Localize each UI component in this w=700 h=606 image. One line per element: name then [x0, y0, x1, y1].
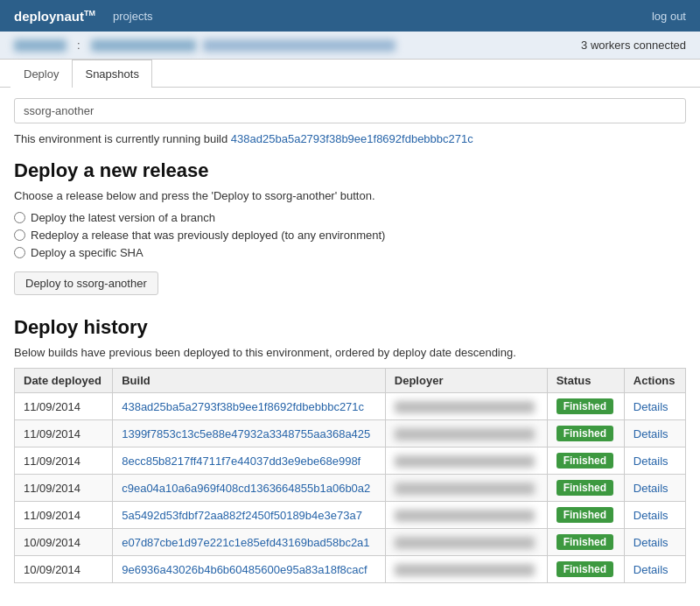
projects-link[interactable]: projects [113, 10, 153, 23]
table-row: 11/09/20148ecc85b8217ff4711f7e44037dd3e9… [15, 447, 686, 475]
cell-status: Finished [547, 475, 624, 502]
cell-date: 11/09/2014 [15, 447, 113, 475]
cell-status: Finished [547, 420, 624, 447]
env-label: ssorg-another [14, 98, 686, 123]
deployer-blur [395, 455, 535, 468]
table-row: 11/09/20145a5492d53fdbf72aa882f2450f5018… [15, 502, 686, 529]
deploy-title: Deploy a new release [14, 159, 686, 182]
details-link[interactable]: Details [634, 536, 668, 549]
running-build-link[interactable]: 438ad25ba5a2793f38b9ee1f8692fdbebbbc271c [231, 132, 473, 145]
details-link[interactable]: Details [634, 454, 668, 468]
cell-build: 438ad25ba5a2793f38b9ee1f8692fdbebbbc271c [113, 393, 386, 420]
url-blur [203, 39, 396, 52]
nav-right: log out [652, 10, 686, 23]
option-redeploy[interactable]: Redeploy a release that was previously d… [14, 229, 686, 242]
radio-sha[interactable] [14, 247, 25, 258]
cell-date: 11/09/2014 [15, 420, 113, 447]
app-brand: deploynautTM [14, 9, 95, 24]
table-row: 11/09/20141399f7853c13c5e88e47932a334875… [15, 420, 686, 447]
col-deployer: Deployer [385, 369, 547, 393]
radio-redeploy[interactable] [14, 229, 25, 241]
brand-text: deploynaut [14, 9, 84, 24]
cell-status: Finished [547, 556, 624, 583]
details-link[interactable]: Details [634, 482, 668, 495]
brand-sup: TM [84, 9, 95, 18]
radio-branch[interactable] [14, 212, 25, 223]
history-section: Deploy history Below builds have previou… [14, 316, 686, 583]
cell-deployer [385, 475, 547, 502]
status-badge: Finished [556, 398, 613, 414]
option-sha[interactable]: Deploy a specific SHA [14, 246, 686, 259]
status-badge: Finished [556, 426, 613, 441]
deploy-button[interactable]: Deploy to ssorg-another [14, 271, 158, 295]
build-link[interactable]: 1399f7853c13c5e88e47932a3348755aa368a425 [122, 427, 370, 440]
subheader-colon: : [77, 39, 80, 52]
cell-build: 9e6936a43026b4b6b60485600e95a83a18f8cacf [113, 556, 386, 583]
col-build: Build [113, 369, 386, 393]
status-badge: Finished [556, 507, 613, 523]
status-badge: Finished [556, 534, 613, 550]
cell-deployer [385, 447, 547, 475]
cell-build: 1399f7853c13c5e88e47932a3348755aa368a425 [113, 420, 386, 447]
table-row: 11/09/2014c9ea04a10a6a969f408cd136366485… [15, 475, 686, 502]
tab-deploy[interactable]: Deploy [10, 60, 72, 88]
deploy-subtitle: Choose a release below and press the 'De… [14, 189, 686, 202]
cell-date: 11/09/2014 [15, 502, 113, 529]
col-actions: Actions [624, 369, 685, 393]
cell-date: 11/09/2014 [15, 393, 113, 420]
cell-status: Finished [547, 529, 624, 556]
deployer-blur [395, 483, 535, 495]
cell-deployer [385, 529, 547, 556]
cell-deployer [385, 502, 547, 529]
cell-build: c9ea04a10a6a969f408cd1363664855b1a06b0a2 [113, 475, 386, 502]
cell-build: 5a5492d53fdbf72aa882f2450f50189b4e3e73a7 [113, 502, 386, 529]
table-header: Date deployed Build Deployer Status Acti… [15, 369, 686, 393]
cell-status: Finished [547, 447, 624, 475]
history-title: Deploy history [14, 316, 686, 339]
col-date: Date deployed [15, 369, 113, 393]
deploy-section: Deploy a new release Choose a release be… [14, 159, 686, 316]
cell-build: 8ecc85b8217ff4711f7e44037dd3e9ebe68e998f [113, 447, 386, 475]
table-row: 10/09/20149e6936a43026b4b6b60485600e95a8… [15, 556, 686, 583]
build-link[interactable]: e07d87cbe1d97e221c1e85efd43169bad58bc2a1 [122, 536, 369, 549]
details-link[interactable]: Details [634, 400, 668, 413]
build-link[interactable]: 5a5492d53fdbf72aa882f2450f50189b4e3e73a7 [122, 509, 362, 522]
logout-link[interactable]: log out [652, 10, 686, 23]
release-options: Deploy the latest version of a branch Re… [14, 211, 686, 259]
deployer-blur [395, 510, 535, 522]
subheader-left: : [14, 39, 396, 52]
workers-badge: 3 workers connected [581, 39, 686, 52]
deployer-blur [395, 564, 535, 576]
cell-actions: Details [624, 393, 685, 420]
history-table: Date deployed Build Deployer Status Acti… [14, 368, 686, 583]
cell-actions: Details [624, 556, 685, 583]
option-sha-label: Deploy a specific SHA [31, 246, 144, 259]
cell-actions: Details [624, 475, 685, 502]
details-link[interactable]: Details [634, 509, 668, 522]
table-row: 11/09/2014438ad25ba5a2793f38b9ee1f8692fd… [15, 393, 686, 420]
tab-snapshots[interactable]: Snapshots [72, 60, 151, 88]
build-link[interactable]: c9ea04a10a6a969f408cd1363664855b1a06b0a2 [122, 482, 370, 495]
details-link[interactable]: Details [634, 427, 668, 440]
cell-actions: Details [624, 447, 685, 475]
cell-date: 10/09/2014 [15, 529, 113, 556]
cell-actions: Details [624, 420, 685, 447]
cell-status: Finished [547, 502, 624, 529]
running-prefix: This environment is currently running bu… [14, 132, 228, 145]
cell-status: Finished [547, 393, 624, 420]
option-branch-label: Deploy the latest version of a branch [31, 211, 215, 224]
top-nav: deploynautTM projects log out [0, 0, 700, 32]
deployer-blur [395, 401, 535, 413]
table-body: 11/09/2014438ad25ba5a2793f38b9ee1f8692fd… [15, 393, 686, 583]
cell-build: e07d87cbe1d97e221c1e85efd43169bad58bc2a1 [113, 529, 386, 556]
build-link[interactable]: 9e6936a43026b4b6b60485600e95a83a18f8cacf [122, 563, 368, 576]
option-redeploy-label: Redeploy a release that was previously d… [31, 229, 385, 242]
cell-date: 11/09/2014 [15, 475, 113, 502]
history-description: Below builds have previous been deployed… [14, 346, 686, 359]
option-branch[interactable]: Deploy the latest version of a branch [14, 211, 686, 224]
build-link[interactable]: 438ad25ba5a2793f38b9ee1f8692fdbebbbc271c [122, 400, 364, 413]
details-link[interactable]: Details [634, 563, 668, 576]
subheader: : 3 workers connected [0, 32, 700, 60]
build-link[interactable]: 8ecc85b8217ff4711f7e44037dd3e9ebe68e998f [122, 454, 360, 468]
col-status: Status [547, 369, 624, 393]
